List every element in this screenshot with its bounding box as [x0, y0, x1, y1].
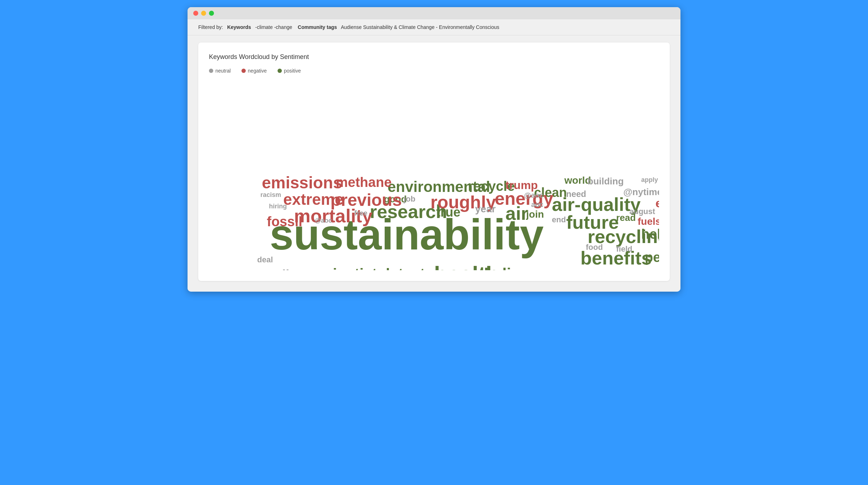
legend-dot	[278, 69, 282, 73]
word-fuels[interactable]: fuels	[638, 217, 659, 227]
word-latest[interactable]: latest	[386, 267, 425, 270]
main-content: Keywords Wordcloud by Sentiment neutraln…	[188, 35, 680, 292]
community-values: Audiense Sustainability & Climate Change…	[341, 24, 499, 30]
word-need[interactable]: need	[566, 190, 586, 198]
close-button[interactable]	[193, 11, 198, 16]
minimize-button[interactable]	[201, 11, 206, 16]
word--aoc[interactable]: @aoc	[524, 192, 543, 199]
word-fossil[interactable]: fossil	[267, 215, 302, 228]
word-field[interactable]: field	[616, 245, 632, 253]
word-emissions[interactable]: emissions	[262, 174, 342, 191]
word-world[interactable]: world	[564, 175, 591, 185]
titlebar	[188, 7, 680, 19]
card-title: Keywords Wordcloud by Sentiment	[209, 53, 659, 61]
word-believe[interactable]: believe	[484, 266, 537, 270]
word-extreme[interactable]: extreme	[283, 192, 344, 207]
word-august[interactable]: august	[629, 208, 655, 216]
legend-dot	[241, 69, 246, 73]
keywords-values: -climate -change	[255, 24, 293, 30]
word--nytimes[interactable]: @nytimes	[623, 187, 659, 197]
word-methane[interactable]: methane	[336, 175, 391, 189]
maximize-button[interactable]	[209, 11, 214, 16]
app-window: Filtered by: Keywords -climate -change C…	[188, 7, 680, 292]
keywords-label: Keywords	[227, 24, 251, 30]
legend-label: neutral	[215, 68, 231, 74]
legend-item: negative	[241, 68, 267, 74]
wordcloud: sustainabilitynewair-qualityfuturerecycl…	[209, 84, 659, 270]
legend-item: positive	[278, 68, 301, 74]
word-deal[interactable]: deal	[257, 256, 273, 264]
filter-bar: Filtered by: Keywords -climate -change C…	[188, 19, 680, 35]
word-easily[interactable]: easily	[261, 268, 296, 270]
legend-label: negative	[248, 68, 267, 74]
word-year[interactable]: year	[475, 204, 496, 214]
word-hiring[interactable]: hiring	[269, 203, 287, 209]
word-end[interactable]: end	[552, 216, 566, 224]
word-aoc[interactable]: aoc	[531, 201, 543, 208]
word-free[interactable]: free	[354, 209, 368, 217]
word-job[interactable]: job	[404, 195, 415, 203]
word-join[interactable]: join	[526, 209, 544, 219]
word-scientists[interactable]: scientists	[316, 267, 385, 270]
legend: neutralnegativepositive	[209, 68, 659, 74]
word-economic[interactable]: economic	[655, 197, 659, 209]
word-building[interactable]: building	[588, 177, 624, 186]
community-label: Community tags	[298, 24, 337, 30]
word--aoc[interactable]: @aoc	[315, 217, 332, 224]
filter-prefix: Filtered by:	[198, 24, 223, 30]
word-help[interactable]: help	[641, 227, 659, 241]
legend-item: neutral	[209, 68, 231, 74]
word-racism[interactable]: racism	[260, 192, 281, 198]
word-food[interactable]: food	[586, 243, 603, 251]
word-people[interactable]: people	[645, 251, 659, 264]
legend-dot	[209, 69, 213, 73]
legend-label: positive	[284, 68, 301, 74]
wordcloud-card: Keywords Wordcloud by Sentiment neutraln…	[198, 43, 670, 281]
word-apply[interactable]: apply	[641, 177, 658, 183]
